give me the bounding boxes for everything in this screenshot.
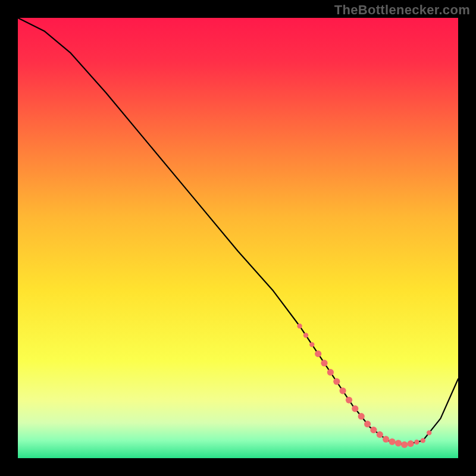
marker-dot	[421, 438, 425, 443]
marker-dot	[327, 369, 334, 375]
marker-dot	[315, 350, 321, 357]
marker-dot	[383, 436, 389, 443]
watermark-text: TheBottlenecker.com	[334, 2, 470, 18]
marker-dot	[333, 378, 340, 385]
marker-dot	[364, 421, 371, 427]
marker-dot	[395, 440, 402, 446]
marker-dot	[346, 397, 352, 403]
marker-dot	[427, 430, 431, 435]
gradient-background	[18, 18, 458, 458]
marker-dot	[340, 387, 346, 394]
marker-dot	[414, 440, 419, 444]
marker-dot	[297, 324, 302, 328]
marker-dot	[309, 342, 314, 347]
marker-dot	[321, 360, 327, 367]
marker-dot	[352, 405, 358, 412]
marker-dot	[303, 333, 308, 337]
marker-dot	[370, 427, 377, 433]
marker-dot	[377, 431, 383, 438]
chart-frame: TheBottlenecker.com	[0, 0, 476, 476]
marker-dot	[408, 440, 414, 447]
marker-dot	[358, 413, 365, 419]
marker-dot	[401, 441, 408, 448]
plot-area	[18, 18, 458, 458]
marker-dot	[389, 439, 395, 445]
chart-svg	[18, 18, 458, 458]
